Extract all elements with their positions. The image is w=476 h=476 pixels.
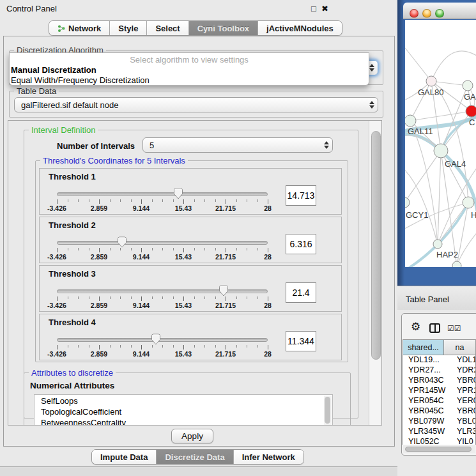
- table-row[interactable]: YER054CYER0: [403, 396, 476, 406]
- slider-track[interactable]: [57, 192, 268, 196]
- settings-scroll-area: Interval Definition Number of Intervals …: [8, 120, 382, 426]
- gear-icon[interactable]: ⚙: [411, 321, 420, 332]
- slider-tick-labels: -3.4262.8599.14415.4321.71528: [57, 204, 268, 212]
- tick-label: 21.715: [208, 204, 243, 212]
- tab-infer-network[interactable]: Infer Network: [234, 450, 303, 464]
- table-data-combo[interactable]: galFiltered.sif default node: [14, 97, 378, 112]
- minor-tick: [215, 199, 216, 202]
- slider-thumb[interactable]: [219, 285, 229, 296]
- slider-thumb[interactable]: [173, 188, 183, 199]
- settings-scrollbar[interactable]: [369, 121, 382, 426]
- network-edge[interactable]: [405, 44, 431, 81]
- list-item[interactable]: SelfLoops: [35, 395, 332, 406]
- table-row[interactable]: YDL19...YDL1: [403, 355, 476, 365]
- network-edge[interactable]: [410, 111, 472, 121]
- network-window-titlebar[interactable]: [403, 3, 476, 19]
- slider-tick-labels: -3.4262.8599.14415.4321.71528: [57, 350, 268, 358]
- major-tick: [226, 248, 226, 252]
- threshold-value-field[interactable]: 6.316: [286, 234, 316, 254]
- checkboxes-icon[interactable]: ☑☑: [447, 324, 461, 333]
- tick-label: 15.43: [165, 204, 201, 212]
- network-edge[interactable]: [431, 81, 468, 203]
- columns-icon[interactable]: [429, 323, 440, 333]
- screen: Control Panel □ ✖ Network Style Select C…: [0, 0, 476, 476]
- threshold-value-field[interactable]: 11.344: [286, 331, 316, 351]
- network-node[interactable]: [466, 105, 476, 117]
- table-row[interactable]: YBL079WYBL0: [403, 417, 476, 427]
- apply-button[interactable]: Apply: [171, 429, 213, 443]
- table-row[interactable]: YIL052CYIL0: [403, 437, 476, 444]
- slider-track[interactable]: [57, 289, 268, 293]
- float-window-icon[interactable]: □: [311, 4, 316, 13]
- minor-tick: [110, 296, 111, 299]
- table-row[interactable]: YPR145WYPR1: [403, 386, 476, 396]
- network-node[interactable]: [433, 240, 442, 249]
- threshold-value-field[interactable]: 14.713: [286, 185, 316, 206]
- close-icon[interactable]: ✖: [321, 4, 328, 13]
- window-frame-edge: [397, 0, 404, 286]
- tab-style[interactable]: Style: [110, 21, 147, 35]
- node-label: GAL11: [408, 127, 433, 136]
- minor-tick: [236, 248, 237, 250]
- minor-tick: [247, 345, 247, 348]
- list-scrollbar[interactable]: [324, 395, 332, 426]
- list-item[interactable]: TopologicalCoefficient: [35, 406, 332, 417]
- close-traffic-light[interactable]: [410, 9, 418, 18]
- number-of-intervals-combo[interactable]: 5: [142, 137, 333, 153]
- minor-tick: [78, 345, 79, 348]
- settings-scrollbar-thumb[interactable]: [371, 131, 381, 360]
- tab-jactivemnodules[interactable]: jActiveMNodules: [258, 21, 342, 35]
- network-edge[interactable]: [438, 151, 441, 244]
- minor-tick: [173, 248, 174, 250]
- network-node[interactable]: [463, 197, 474, 208]
- tab-impute-data[interactable]: Impute Data: [92, 450, 157, 464]
- tick-label: 2.859: [81, 253, 117, 261]
- threshold-value-field[interactable]: 21.4: [286, 282, 316, 303]
- tab-network[interactable]: Network: [49, 21, 110, 35]
- tick-label: 9.144: [123, 302, 159, 309]
- minor-tick: [236, 199, 237, 202]
- numerical-attributes-list[interactable]: SelfLoopsTopologicalCoefficientBetweenne…: [34, 394, 333, 426]
- slider-thumb[interactable]: [151, 334, 161, 345]
- table-row[interactable]: YBR045CYBR0: [403, 406, 476, 417]
- stepper-icon: [366, 101, 378, 109]
- slider-track[interactable]: [57, 338, 268, 342]
- tick-label: 21.715: [208, 350, 243, 358]
- minimize-traffic-light[interactable]: [422, 9, 431, 18]
- node-attribute-table: shared... na YDL19...YDL1YDR27...YDR2YBR…: [403, 339, 476, 445]
- table-row[interactable]: YBR043CYBR0: [403, 376, 476, 386]
- network-canvas[interactable]: GAL80GACGAL11GAL4GCY1HHAP2: [405, 20, 476, 267]
- stepper-icon: [321, 141, 332, 149]
- tick-label: -3.426: [39, 350, 75, 358]
- slider-ticks: [57, 345, 268, 350]
- network-node[interactable]: [405, 115, 416, 127]
- tab-discretize-data[interactable]: Discretize Data: [157, 450, 233, 464]
- major-tick: [268, 296, 268, 301]
- numerical-attributes-title: Numerical Attributes: [30, 381, 114, 390]
- dropdown-option-equal-width[interactable]: Equal Width/Frequency Discretization: [10, 75, 369, 85]
- tab-select[interactable]: Select: [147, 21, 188, 35]
- list-item[interactable]: BetweennessCentrality: [35, 417, 332, 426]
- network-node[interactable]: [426, 76, 436, 86]
- node-label: GAL80: [418, 88, 443, 97]
- network-node[interactable]: [434, 144, 448, 158]
- network-edge[interactable]: [431, 51, 476, 81]
- network-icon: [58, 24, 65, 33]
- dropdown-option-manual[interactable]: Manual Discretization: [10, 65, 369, 75]
- network-node[interactable]: [452, 261, 461, 267]
- network-node[interactable]: [405, 197, 410, 208]
- zoom-traffic-light[interactable]: [435, 9, 444, 18]
- column-header-shared-name[interactable]: shared...: [403, 340, 444, 355]
- threshold-panel: Threshold 4 -3.4262.8599.14415.4321.7152…: [39, 314, 342, 360]
- table-horizontal-scrollbar[interactable]: [403, 445, 475, 453]
- column-header-name[interactable]: na: [444, 340, 475, 355]
- minor-tick: [215, 296, 216, 299]
- tick-label: 9.144: [123, 253, 159, 261]
- tab-cyni-toolbox[interactable]: Cyni Toolbox: [189, 21, 258, 35]
- network-node[interactable]: [463, 81, 473, 91]
- table-row[interactable]: YDR27...YDR2: [403, 365, 476, 376]
- slider-thumb[interactable]: [117, 236, 127, 248]
- network-edge[interactable]: [441, 111, 472, 151]
- table-row[interactable]: YLR345WYLR3: [403, 427, 476, 437]
- slider-track[interactable]: [57, 241, 268, 245]
